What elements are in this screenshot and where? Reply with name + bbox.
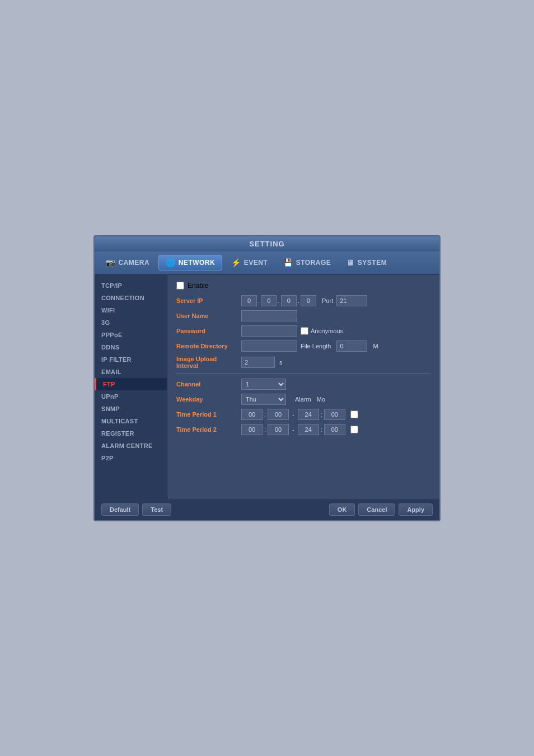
time-period1-row: Time Period 1 : - : <box>176 409 430 420</box>
time-sep1a: : <box>264 411 266 418</box>
sidebar-item-ddns[interactable]: DDNS <box>95 341 167 353</box>
weekday-label: Weekday <box>176 396 238 403</box>
time-period2-label: Time Period 2 <box>176 426 238 433</box>
ip-group: . . . <box>241 295 316 306</box>
time-period2-checkbox[interactable] <box>350 426 358 433</box>
channel-row: Channel 1 2 3 4 <box>176 379 430 390</box>
anonymous-label: Anonymous <box>311 328 343 334</box>
sidebar-item-multicast[interactable]: MULTICAST <box>95 415 167 427</box>
ip-octet4[interactable] <box>301 295 316 306</box>
sidebar-item-pppoe[interactable]: PPPoE <box>95 329 167 341</box>
server-ip-row: Server IP . . . Port <box>176 295 430 306</box>
server-ip-label: Server IP <box>176 297 238 304</box>
test-button[interactable]: Test <box>142 503 171 516</box>
anonymous-checkbox[interactable] <box>301 327 308 335</box>
time-dash2: - <box>292 426 294 433</box>
time-sep1b: : <box>321 411 322 418</box>
time-period2-start-m[interactable] <box>268 424 289 435</box>
upload-interval-input[interactable] <box>241 357 275 368</box>
time-period1-start-m[interactable] <box>268 409 289 420</box>
enable-row: Enable <box>176 282 430 290</box>
file-length-input[interactable] <box>336 340 367 352</box>
storage-icon: 💾 <box>283 258 293 267</box>
weekday-select[interactable]: Mon Tue Wed Thu Fri Sat Sun <box>241 394 286 405</box>
window-title: SETTING <box>249 240 284 248</box>
title-bar: SETTING <box>95 236 439 251</box>
time-period2-end-h[interactable] <box>298 424 319 435</box>
bottom-bar: Default Test OK Cancel Apply <box>95 499 439 520</box>
port-label: Port <box>322 297 333 304</box>
file-length-label: File Length <box>301 343 331 349</box>
sidebar-item-snmp[interactable]: SNMP <box>95 403 167 415</box>
time-sep2b: : <box>321 426 322 433</box>
tab-storage[interactable]: 💾 STORAGE <box>277 255 338 270</box>
s-label: s <box>279 359 283 366</box>
sidebar-item-register[interactable]: REGISTER <box>95 427 167 440</box>
sidebar-item-wifi[interactable]: WIFI <box>95 304 167 316</box>
tab-system-label: SYSTEM <box>358 259 387 267</box>
time-period2-end-m[interactable] <box>324 424 345 435</box>
time-period1-checkbox[interactable] <box>350 410 358 418</box>
m-label: M <box>373 343 378 349</box>
ip-octet3[interactable] <box>281 295 297 306</box>
remote-dir-input[interactable] <box>241 340 297 352</box>
dot3: . <box>298 297 299 305</box>
time-period2-group: : - : <box>241 424 358 435</box>
password-row: Password Anonymous <box>176 325 430 337</box>
network-icon: 🌐 <box>166 258 176 267</box>
upload-interval-row: Image Upload Interval s <box>176 356 430 369</box>
ok-button[interactable]: OK <box>329 503 355 516</box>
anonymous-row: Anonymous <box>301 327 343 335</box>
enable-checkbox[interactable] <box>176 282 184 290</box>
time-period2-start-h[interactable] <box>241 424 263 435</box>
time-period1-group: : - : <box>241 409 358 420</box>
camera-icon: 📷 <box>106 258 116 267</box>
sidebar-item-ipfilter[interactable]: IP FILTER <box>95 353 167 366</box>
sidebar-item-email[interactable]: EMAIL <box>95 366 167 378</box>
ftp-content: Enable Server IP . . . Port Use <box>167 275 439 499</box>
tab-camera[interactable]: 📷 CAMERA <box>99 255 156 270</box>
cancel-button[interactable]: Cancel <box>358 503 395 516</box>
tab-event-label: EVENT <box>244 259 268 267</box>
time-period1-label: Time Period 1 <box>176 411 238 418</box>
setting-window: SETTING 📷 CAMERA 🌐 NETWORK ⚡ EVENT 💾 STO… <box>93 235 441 521</box>
sidebar-item-upnp[interactable]: UPnP <box>95 390 167 403</box>
alarm-label: Alarm <box>295 396 311 403</box>
remote-dir-row: Remote Directory File Length M <box>176 340 430 352</box>
upload-interval-label: Image Upload Interval <box>176 356 238 369</box>
time-period1-start-h[interactable] <box>241 409 263 420</box>
tab-system[interactable]: 🖥 SYSTEM <box>340 255 394 270</box>
sidebar-item-ftp[interactable]: FTP <box>95 378 167 390</box>
ip-octet1[interactable] <box>241 295 257 306</box>
channel-select[interactable]: 1 2 3 4 <box>241 379 286 390</box>
sidebar-item-alarmcentre[interactable]: ALARM CENTRE <box>95 440 167 452</box>
sidebar: TCP/IP CONNECTION WIFI 3G PPPoE DDNS IP … <box>95 275 167 499</box>
time-dash1: - <box>292 411 294 418</box>
time-period1-end-h[interactable] <box>298 409 319 420</box>
tab-event[interactable]: ⚡ EVENT <box>224 255 274 270</box>
password-label: Password <box>176 328 238 334</box>
username-label: User Name <box>176 312 238 319</box>
sidebar-item-connection[interactable]: CONNECTION <box>95 292 167 304</box>
default-button[interactable]: Default <box>101 503 139 516</box>
time-period2-row: Time Period 2 : - : <box>176 424 430 435</box>
dot2: . <box>278 297 279 305</box>
mode-label: Mo <box>317 396 325 403</box>
username-input[interactable] <box>241 310 297 321</box>
weekday-row: Weekday Mon Tue Wed Thu Fri Sat Sun Alar… <box>176 394 430 405</box>
sidebar-item-3g[interactable]: 3G <box>95 316 167 329</box>
apply-button[interactable]: Apply <box>399 503 433 516</box>
event-icon: ⚡ <box>231 258 241 267</box>
tab-storage-label: STORAGE <box>296 259 331 267</box>
tab-network[interactable]: 🌐 NETWORK <box>158 255 222 270</box>
time-period1-end-m[interactable] <box>324 409 345 420</box>
channel-label: Channel <box>176 381 238 388</box>
tab-bar: 📷 CAMERA 🌐 NETWORK ⚡ EVENT 💾 STORAGE 🖥 S… <box>95 251 439 275</box>
ip-octet2[interactable] <box>261 295 277 306</box>
sidebar-item-p2p[interactable]: P2P <box>95 452 167 464</box>
tab-camera-label: CAMERA <box>119 259 150 267</box>
port-input[interactable] <box>336 295 367 306</box>
sidebar-item-tcpip[interactable]: TCP/IP <box>95 279 167 292</box>
enable-label: Enable <box>188 282 208 290</box>
password-input[interactable] <box>241 325 297 337</box>
